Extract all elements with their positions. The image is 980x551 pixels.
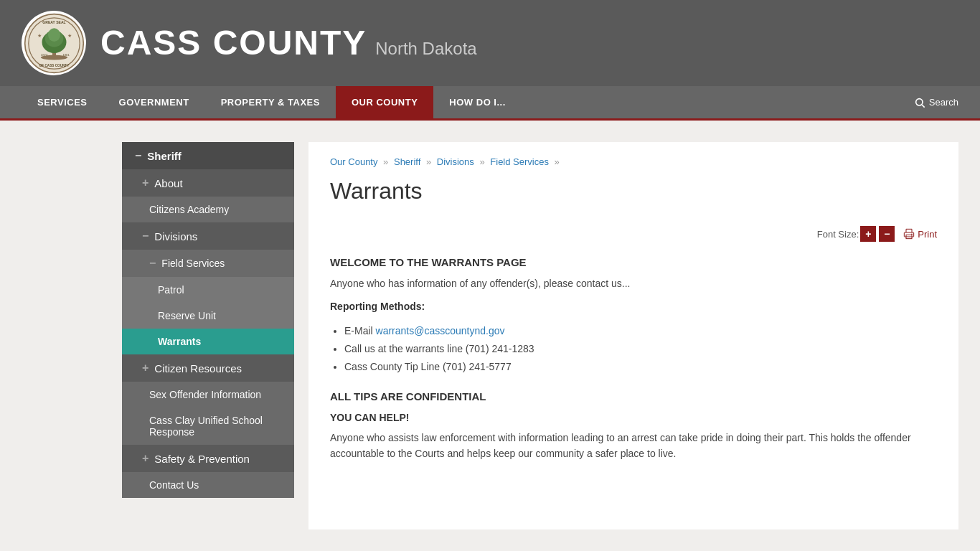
font-decrease-button[interactable]: −: [879, 226, 895, 242]
sidebar-label-citizens-academy: Citizens Academy: [149, 204, 229, 215]
sidebar-item-about[interactable]: + About: [122, 169, 294, 197]
nav-how-do-i[interactable]: HOW DO I...: [433, 86, 521, 118]
sidebar-item-warrants[interactable]: Warrants: [122, 329, 294, 354]
sidebar-item-contact-us[interactable]: Contact Us: [122, 472, 294, 498]
site-logo: GREAT SEAL OF CASS COUNTY ★ ★ 1873 1881: [22, 11, 86, 75]
main-content: Our County » Sheriff » Divisions » Field…: [308, 142, 958, 529]
sidebar-label-field-services: Field Services: [161, 258, 225, 269]
content-intro: Anyone who has information of any offend…: [330, 276, 937, 291]
nav-services[interactable]: SERVICES: [22, 86, 103, 118]
expand-icon-about: +: [142, 176, 149, 189]
sidebar-item-divisions[interactable]: − Divisions: [122, 222, 294, 250]
svg-text:1881: 1881: [62, 52, 70, 56]
nav-government[interactable]: GOVERNMENT: [103, 86, 205, 118]
sidebar-item-cass-clay[interactable]: Cass Clay Unified School Response: [122, 408, 294, 445]
site-title: CASS COUNTY North Dakota: [100, 26, 477, 60]
svg-text:GREAT SEAL: GREAT SEAL: [42, 20, 65, 24]
svg-text:OF CASS COUNTY: OF CASS COUNTY: [39, 63, 70, 67]
svg-text:★: ★: [37, 33, 41, 38]
sidebar-label-reserve-unit: Reserve Unit: [158, 310, 216, 321]
svg-point-13: [915, 98, 922, 105]
county-name: CASS COUNTY: [100, 24, 367, 62]
collapse-icon-sheriff: −: [135, 149, 141, 162]
sidebar-label-sheriff: Sheriff: [147, 150, 182, 162]
content-heading-2: ALL TIPS ARE CONFIDENTIAL: [330, 390, 937, 402]
breadcrumb-divisions[interactable]: Divisions: [437, 156, 474, 167]
font-controls: Font Size: + − Print: [330, 226, 937, 242]
sidebar: − Sheriff + About Citizens Academy − Div…: [122, 142, 294, 529]
breadcrumb-sheriff[interactable]: Sheriff: [394, 156, 420, 167]
reporting-methods-label: Reporting Methods:: [330, 298, 937, 314]
collapse-icon-field-services: −: [149, 257, 156, 270]
font-increase-button[interactable]: +: [860, 226, 876, 242]
print-label: Print: [918, 229, 937, 240]
sidebar-label-patrol: Patrol: [158, 284, 184, 296]
expand-icon-citizen-resources: +: [142, 362, 149, 375]
sidebar-item-reserve-unit[interactable]: Reserve Unit: [122, 303, 294, 329]
list-item: Cass County Tip Line (701) 241-5777: [344, 358, 937, 376]
warrants-email-link[interactable]: warrants@casscountynd.gov: [376, 325, 505, 336]
sidebar-label-divisions: Divisions: [154, 230, 197, 242]
svg-line-14: [922, 105, 925, 108]
print-button[interactable]: Print: [903, 228, 937, 240]
sidebar-item-sex-offender[interactable]: Sex Offender Information: [122, 382, 294, 408]
content-section: WELCOME TO THE WARRANTS PAGE Anyone who …: [330, 256, 937, 462]
svg-text:★: ★: [67, 33, 72, 38]
svg-point-7: [48, 28, 60, 42]
main-nav: SERVICES GOVERNMENT PROPERTY & TAXES OUR…: [0, 86, 980, 121]
reporting-list: E-Mail warrants@casscountynd.gov Call us…: [344, 322, 937, 377]
sidebar-item-patrol[interactable]: Patrol: [122, 277, 294, 303]
call-text: Call us at the warrants line (701) 241-1…: [344, 343, 534, 354]
sidebar-item-field-services[interactable]: − Field Services: [122, 250, 294, 277]
site-header: GREAT SEAL OF CASS COUNTY ★ ★ 1873 1881 …: [0, 0, 980, 86]
sidebar-label-about: About: [154, 177, 182, 189]
collapse-icon-divisions: −: [142, 230, 149, 242]
sidebar-item-safety-prevention[interactable]: + Safety & Prevention: [122, 445, 294, 472]
sidebar-item-sheriff[interactable]: − Sheriff: [122, 142, 294, 169]
breadcrumb-our-county[interactable]: Our County: [330, 156, 377, 167]
you-can-help-label: YOU CAN HELP!: [330, 410, 937, 425]
svg-point-17: [912, 234, 913, 235]
nav-property-taxes[interactable]: PROPERTY & TAXES: [205, 86, 336, 118]
sidebar-label-warrants: Warrants: [158, 336, 201, 347]
list-item: Call us at the warrants line (701) 241-1…: [344, 340, 937, 358]
sidebar-item-citizens-academy[interactable]: Citizens Academy: [122, 197, 294, 222]
breadcrumb-field-services[interactable]: Field Services: [490, 156, 549, 167]
nav-our-county[interactable]: OUR COUNTY: [336, 86, 433, 118]
state-name: North Dakota: [375, 39, 476, 58]
list-item: E-Mail warrants@casscountynd.gov: [344, 322, 937, 340]
sidebar-label-safety-prevention: Safety & Prevention: [154, 453, 250, 465]
sidebar-item-citizen-resources[interactable]: + Citizen Resources: [122, 354, 294, 382]
breadcrumb: Our County » Sheriff » Divisions » Field…: [330, 156, 937, 167]
sidebar-label-contact-us: Contact Us: [149, 479, 199, 491]
font-size-label: Font Size:: [817, 229, 859, 240]
expand-icon-safety: +: [142, 452, 149, 465]
search-button[interactable]: Search: [914, 97, 958, 108]
svg-text:1873: 1873: [40, 52, 47, 56]
search-label: Search: [929, 97, 958, 108]
sidebar-label-sex-offender: Sex Offender Information: [149, 389, 261, 400]
content-heading-1: WELCOME TO THE WARRANTS PAGE: [330, 256, 937, 268]
sidebar-label-cass-clay: Cass Clay Unified School Response: [149, 415, 281, 438]
email-text: E-Mail: [344, 325, 376, 336]
page-title: Warrants: [330, 178, 937, 212]
page-body: − Sheriff + About Citizens Academy − Div…: [0, 121, 980, 551]
body-text: Anyone who assists law enforcement with …: [330, 430, 937, 462]
tip-line-text: Cass County Tip Line (701) 241-5777: [344, 361, 512, 372]
sidebar-label-citizen-resources: Citizen Resources: [154, 362, 242, 375]
